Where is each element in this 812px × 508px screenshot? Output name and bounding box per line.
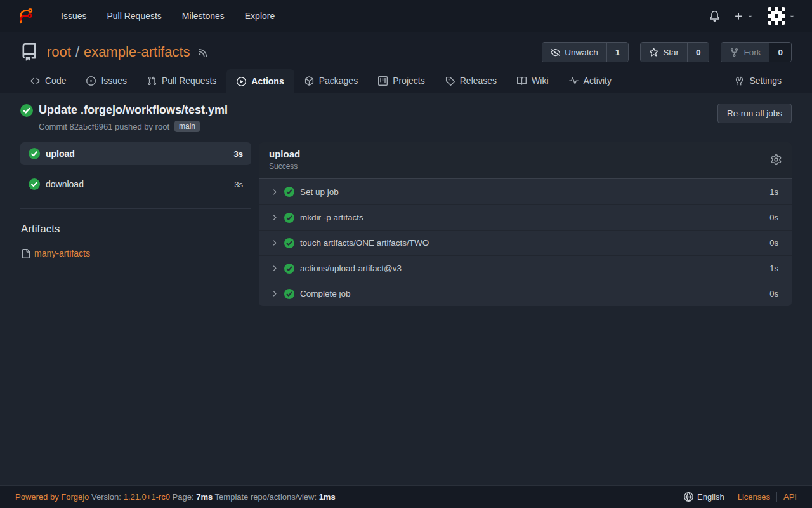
tab-issues[interactable]: Issues <box>76 69 136 93</box>
repo-header: root / example-artifacts Unwatch 1 Star … <box>0 32 812 93</box>
nav-link-explore[interactable]: Explore <box>235 6 285 26</box>
watch-button-group: Unwatch 1 <box>542 42 629 62</box>
nav-link-milestones[interactable]: Milestones <box>172 6 235 26</box>
watch-count[interactable]: 1 <box>606 43 629 62</box>
tab-activity[interactable]: Activity <box>559 69 622 93</box>
divider <box>731 492 731 502</box>
step-row[interactable]: touch artifacts/ONE artifacts/TWO 0s <box>259 230 792 255</box>
chevron-down-icon <box>789 13 796 20</box>
star-button-group: Star 0 <box>640 42 709 62</box>
page-time: 7ms <box>196 492 213 502</box>
step-row[interactable]: actions/upload-artifact@v3 1s <box>259 255 792 281</box>
file-icon <box>21 249 30 258</box>
repo-icon <box>20 43 38 61</box>
top-navbar: Issues Pull Requests Milestones Explore <box>0 0 812 32</box>
tab-releases[interactable]: Releases <box>435 69 507 93</box>
tab-packages[interactable]: Packages <box>294 69 368 93</box>
git-pull-request-icon <box>147 76 157 86</box>
job-success-icon <box>29 178 40 190</box>
job-name: upload <box>46 149 75 159</box>
job-item-upload[interactable]: upload 3s <box>20 142 251 165</box>
step-duration: 0s <box>769 238 778 248</box>
fork-button: Fork <box>721 43 769 62</box>
commit-sha-link[interactable]: 82a5cf6961 <box>69 122 112 131</box>
fork-count[interactable]: 0 <box>769 43 791 62</box>
footer: Powered by Forgejo Version: 1.21.0+1-rc0… <box>0 485 812 508</box>
step-duration: 0s <box>769 289 778 298</box>
job-detail-name: upload <box>269 149 300 159</box>
sidebar-divider <box>20 208 251 209</box>
repo-owner-link[interactable]: root <box>47 44 71 60</box>
repo-title: root / example-artifacts <box>47 44 190 60</box>
book-icon <box>517 76 527 86</box>
api-link[interactable]: API <box>783 492 797 502</box>
jobs-sidebar: upload 3s download 3s Artifacts many-art… <box>20 142 251 306</box>
artifact-download-link[interactable]: many-artifacts <box>34 248 90 258</box>
step-name: actions/upload-artifact@v3 <box>300 264 402 273</box>
template-time: 1ms <box>319 492 336 502</box>
step-name: Complete job <box>300 289 351 298</box>
nav-link-pull-requests[interactable]: Pull Requests <box>96 6 171 26</box>
repo-name-link[interactable]: example-artifacts <box>84 44 190 60</box>
job-item-download[interactable]: download 3s <box>20 173 251 196</box>
tab-code[interactable]: Code <box>20 69 76 93</box>
actions-run-view: Update .forgejo/workflows/test.yml Commi… <box>0 93 812 485</box>
rss-icon[interactable] <box>198 47 209 58</box>
step-name: touch artifacts/ONE artifacts/TWO <box>300 238 429 248</box>
author-link[interactable]: root <box>155 122 169 131</box>
unwatch-button[interactable]: Unwatch <box>542 43 606 62</box>
step-row[interactable]: Complete job 0s <box>259 281 792 306</box>
chevron-right-icon <box>270 188 278 196</box>
step-success-icon <box>284 264 294 274</box>
branch-badge[interactable]: main <box>174 121 200 132</box>
chevron-right-icon <box>270 264 278 272</box>
tab-actions[interactable]: Actions <box>226 69 294 93</box>
licenses-link[interactable]: Licenses <box>738 492 770 502</box>
create-new-menu[interactable] <box>734 11 754 21</box>
step-duration: 1s <box>769 264 778 273</box>
notifications-bell-icon[interactable] <box>709 11 720 22</box>
language-selector[interactable]: English <box>684 492 724 502</box>
pulse-icon <box>569 76 579 86</box>
chevron-right-icon <box>270 290 278 298</box>
star-button[interactable]: Star <box>641 43 687 62</box>
chevron-right-icon <box>270 213 278 222</box>
forgejo-logo-icon[interactable] <box>16 7 34 25</box>
artifacts-heading: Artifacts <box>21 223 251 236</box>
user-menu[interactable] <box>768 7 796 25</box>
issue-opened-icon <box>86 76 96 86</box>
powered-by-link[interactable]: Powered by Forgejo <box>15 492 89 502</box>
step-success-icon <box>284 213 294 223</box>
package-icon <box>304 76 314 86</box>
nav-link-issues[interactable]: Issues <box>51 6 96 26</box>
fork-button-group: Fork 0 <box>721 42 792 62</box>
tab-wiki[interactable]: Wiki <box>507 69 558 93</box>
step-success-icon <box>284 187 294 197</box>
rerun-all-jobs-button[interactable]: Re-run all jobs <box>717 104 792 123</box>
chevron-right-icon <box>270 239 278 247</box>
code-icon <box>30 76 40 86</box>
job-options-gear-icon[interactable] <box>771 154 782 165</box>
run-success-icon <box>20 104 33 117</box>
version-link[interactable]: 1.21.0+1-rc0 <box>124 492 170 502</box>
divider <box>776 492 777 502</box>
step-row[interactable]: Set up job 1s <box>259 179 792 204</box>
tools-icon <box>735 76 744 86</box>
tag-icon <box>445 76 455 86</box>
tab-settings[interactable]: Settings <box>724 69 792 93</box>
job-name: download <box>46 179 84 189</box>
git-fork-icon <box>730 48 739 57</box>
run-subtitle: Commit 82a5cf6961 pushed by root main <box>39 121 717 132</box>
step-name: Set up job <box>300 187 339 197</box>
steps-list: Set up job 1s mkdir -p artifacts 0s touc… <box>259 179 792 306</box>
step-success-icon <box>284 289 294 299</box>
globe-icon <box>684 492 693 502</box>
step-duration: 1s <box>769 187 778 197</box>
tab-pull-requests[interactable]: Pull Requests <box>137 69 226 93</box>
step-row[interactable]: mkdir -p artifacts 0s <box>259 204 792 230</box>
job-detail-status: Success <box>269 162 300 171</box>
repo-separator: / <box>75 44 79 60</box>
star-count[interactable]: 0 <box>687 43 709 62</box>
tab-projects[interactable]: Projects <box>368 69 435 93</box>
artifact-item[interactable]: many-artifacts <box>21 248 251 258</box>
